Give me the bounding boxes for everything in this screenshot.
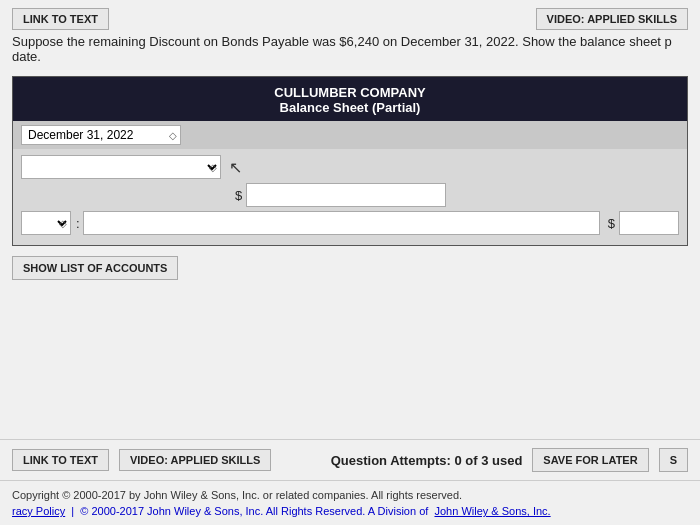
bs-header: CULLUMBER COMPANY Balance Sheet (Partial… bbox=[13, 77, 687, 121]
link-to-text-top-button[interactable]: LINK TO TEXT bbox=[12, 8, 109, 30]
row1-select-wrapper[interactable] bbox=[21, 155, 221, 179]
row3-small-select[interactable] bbox=[21, 211, 71, 235]
date-select[interactable]: December 31, 2022 bbox=[21, 125, 181, 145]
bottom-bar: LINK TO TEXT VIDEO: APPLIED SKILLS Quest… bbox=[0, 439, 700, 480]
wiley-link[interactable]: John Wiley & Sons, Inc. bbox=[434, 505, 550, 517]
colon-separator: : bbox=[73, 216, 83, 231]
row1-account-select[interactable] bbox=[21, 155, 221, 179]
question-text: Suppose the remaining Discount on Bonds … bbox=[12, 34, 688, 64]
row3-label-input[interactable] bbox=[83, 211, 600, 235]
save-for-later-button[interactable]: SAVE FOR LATER bbox=[532, 448, 648, 472]
footer-area: Copyright © 2000-2017 by John Wiley & So… bbox=[0, 480, 700, 525]
submit-button[interactable]: S bbox=[659, 448, 688, 472]
date-select-wrapper[interactable]: December 31, 2022 bbox=[21, 125, 181, 145]
sheet-title: Balance Sheet (Partial) bbox=[17, 100, 683, 115]
privacy-policy-link[interactable]: racy Policy bbox=[12, 505, 65, 517]
balance-sheet-container: CULLUMBER COMPANY Balance Sheet (Partial… bbox=[12, 76, 688, 246]
bs-row-2: $ bbox=[21, 183, 679, 207]
bs-body: ↖ $ : $ bbox=[13, 149, 687, 245]
bs-row-1: ↖ bbox=[21, 155, 679, 179]
link-to-text-bottom-button[interactable]: LINK TO TEXT bbox=[12, 449, 109, 471]
dollar-sign-2: $ bbox=[604, 216, 619, 231]
row3-select-wrapper[interactable] bbox=[21, 211, 71, 235]
bs-date-row: December 31, 2022 bbox=[13, 121, 687, 149]
video-applied-skills-bottom-button[interactable]: VIDEO: APPLIED SKILLS bbox=[119, 449, 271, 471]
content-area: Suppose the remaining Discount on Bonds … bbox=[0, 34, 700, 435]
bottom-left-buttons: LINK TO TEXT VIDEO: APPLIED SKILLS bbox=[12, 449, 271, 471]
bs-row-3: : $ bbox=[21, 211, 679, 235]
footer-links: racy Policy | © 2000-2017 John Wiley & S… bbox=[12, 505, 688, 517]
footer-copyright: Copyright © 2000-2017 by John Wiley & So… bbox=[12, 489, 688, 501]
cursor-arrow: ↖ bbox=[225, 158, 246, 177]
dollar-sign-1: $ bbox=[231, 188, 246, 203]
row2-value-input[interactable] bbox=[246, 183, 446, 207]
show-list-of-accounts-button[interactable]: SHOW LIST OF ACCOUNTS bbox=[12, 256, 178, 280]
company-name: CULLUMBER COMPANY bbox=[17, 85, 683, 100]
question-attempts-label: Question Attempts: 0 of 3 used bbox=[331, 453, 523, 468]
bottom-buttons: SHOW LIST OF ACCOUNTS bbox=[12, 256, 688, 280]
footer-division-text: © 2000-2017 John Wiley & Sons, Inc. All … bbox=[80, 505, 428, 517]
video-applied-skills-top-button[interactable]: VIDEO: APPLIED SKILLS bbox=[536, 8, 688, 30]
top-bar: LINK TO TEXT VIDEO: APPLIED SKILLS bbox=[0, 0, 700, 34]
row3-value-input[interactable] bbox=[619, 211, 679, 235]
bottom-right: Question Attempts: 0 of 3 used SAVE FOR … bbox=[331, 448, 688, 472]
